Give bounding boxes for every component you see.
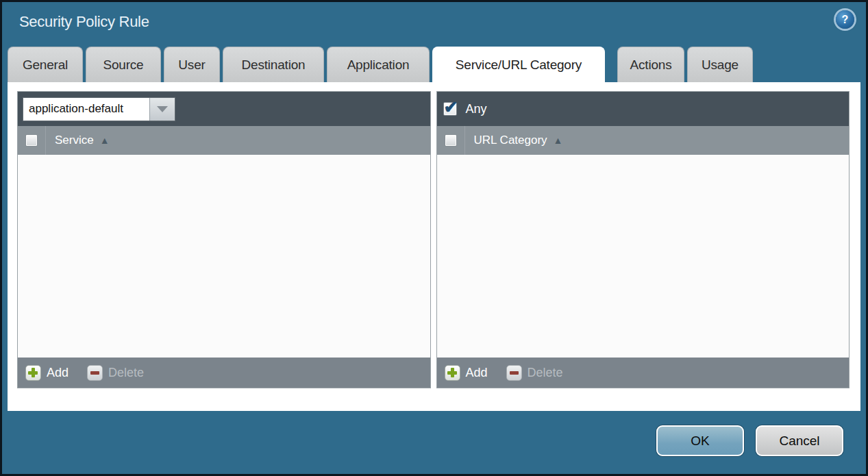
url-category-column-label: URL Category xyxy=(474,134,547,147)
dialog-titlebar: Security Policy Rule ? xyxy=(2,2,866,45)
url-category-panel-topbar: Any xyxy=(437,92,850,126)
service-column-header[interactable]: Service ▲ xyxy=(18,126,430,155)
service-panel: Service ▲ Add Delete xyxy=(17,91,431,388)
minus-icon xyxy=(87,365,103,381)
tab-application[interactable]: Application xyxy=(327,47,430,82)
url-category-add-button[interactable]: Add xyxy=(445,365,488,381)
any-checkbox[interactable] xyxy=(443,102,457,116)
add-button-label: Add xyxy=(466,366,488,380)
chevron-down-icon xyxy=(157,106,168,112)
url-category-delete-button[interactable]: Delete xyxy=(506,365,563,381)
help-icon[interactable]: ? xyxy=(836,10,854,29)
ok-button[interactable]: OK xyxy=(656,425,744,456)
tab-service-url-category[interactable]: Service/URL Category xyxy=(432,47,605,82)
tab-label: Service/URL Category xyxy=(456,58,582,73)
url-category-select-all-checkbox[interactable] xyxy=(445,134,457,147)
dialog-action-buttons: OK Cancel xyxy=(656,425,843,456)
column-separator xyxy=(464,126,465,155)
column-separator xyxy=(45,126,46,155)
delete-button-label: Delete xyxy=(108,366,144,380)
any-label: Any xyxy=(466,102,487,116)
url-category-panel-footer: Add Delete xyxy=(437,358,850,388)
service-delete-button[interactable]: Delete xyxy=(87,365,144,381)
cancel-button[interactable]: Cancel xyxy=(756,425,843,456)
tab-label: General xyxy=(23,58,68,73)
tab-bar: General Source User Destination Applicat… xyxy=(2,47,866,82)
url-category-panel: Any URL Category ▲ Add xyxy=(436,91,850,388)
service-type-dropdown[interactable] xyxy=(23,97,175,121)
tab-label: User xyxy=(178,58,205,73)
service-column-label: Service xyxy=(55,134,94,147)
tab-general[interactable]: General xyxy=(8,47,83,82)
tab-label: Actions xyxy=(630,58,672,73)
security-policy-rule-dialog: Security Policy Rule ? General Source Us… xyxy=(0,0,868,476)
tab-source[interactable]: Source xyxy=(86,47,161,82)
plus-icon xyxy=(25,365,41,381)
plus-icon xyxy=(445,365,460,381)
dialog-title: Security Policy Rule xyxy=(19,13,149,31)
tab-label: Usage xyxy=(702,58,739,73)
service-panel-footer: Add Delete xyxy=(18,358,430,388)
service-select-all-checkbox[interactable] xyxy=(25,134,38,147)
service-type-dropdown-button[interactable] xyxy=(149,98,175,121)
any-checkbox-row[interactable]: Any xyxy=(443,102,487,116)
panels-container: Service ▲ Add Delete xyxy=(17,91,850,388)
url-category-column-header[interactable]: URL Category ▲ xyxy=(437,126,850,155)
url-category-select-all-cell xyxy=(437,134,464,147)
service-list xyxy=(18,155,430,358)
service-select-all-cell xyxy=(18,134,45,147)
tab-user[interactable]: User xyxy=(164,47,220,82)
tab-destination[interactable]: Destination xyxy=(223,47,324,82)
service-panel-topbar xyxy=(18,92,430,126)
sort-ascending-icon: ▲ xyxy=(100,135,110,146)
service-add-button[interactable]: Add xyxy=(25,365,69,381)
delete-button-label: Delete xyxy=(528,366,563,380)
tab-label: Destination xyxy=(242,58,306,73)
sort-ascending-icon: ▲ xyxy=(554,135,563,146)
tab-usage[interactable]: Usage xyxy=(687,47,753,82)
tab-content-service-url-category: Service ▲ Add Delete xyxy=(8,82,860,411)
tab-actions[interactable]: Actions xyxy=(617,47,684,82)
tab-label: Source xyxy=(103,58,143,73)
add-button-label: Add xyxy=(47,366,69,380)
url-category-list xyxy=(437,155,850,358)
service-type-input[interactable] xyxy=(23,98,149,121)
tab-label: Application xyxy=(347,58,410,73)
minus-icon xyxy=(506,365,522,381)
